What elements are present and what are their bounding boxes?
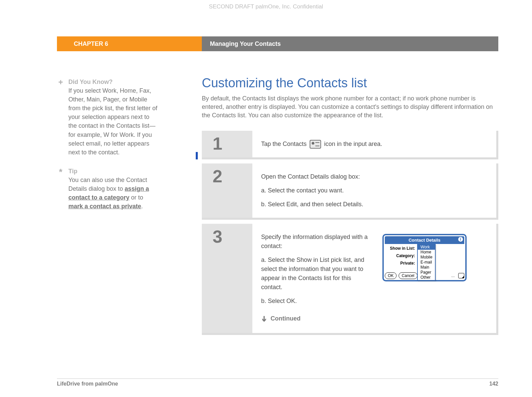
- dialog-ellipsis: …: [451, 273, 455, 279]
- header-spacer: [0, 36, 57, 51]
- dialog-cancel-button: Cancel: [399, 272, 417, 279]
- continued-arrow-icon: ➔: [259, 315, 270, 322]
- step-2-body: Open the Contact Details dialog box: a. …: [252, 163, 496, 218]
- step-3-line: Specify the information displayed with a…: [261, 233, 372, 251]
- picklist-option: Home: [418, 250, 435, 255]
- dialog-title: Contact Details: [409, 238, 441, 243]
- step-3-number: 3: [202, 224, 252, 333]
- chapter-header: CHAPTER 6 Managing Your Contacts: [0, 36, 532, 51]
- private-label: Private:: [385, 260, 417, 266]
- asterisk-icon: *: [57, 167, 64, 211]
- step-2-b: b. Select Edit, and then select Details.: [261, 200, 488, 209]
- change-bar: [196, 152, 198, 159]
- continued-label: Continued: [271, 314, 301, 323]
- did-you-know-title: Did You Know?: [68, 78, 158, 86]
- dialog-title-bar: Contact Details i: [385, 236, 464, 244]
- step-2-number: 2: [202, 163, 252, 218]
- main-column: Customizing the Contacts list By default…: [202, 76, 498, 339]
- picklist-option: Pager: [418, 270, 435, 275]
- chapter-label: CHAPTER 6: [57, 36, 202, 51]
- picklist-option: Other: [418, 275, 435, 280]
- step-3-body: Specify the information displayed with a…: [252, 224, 496, 333]
- step-3-b: b. Select OK.: [261, 297, 372, 306]
- tip-title: Tip: [68, 167, 158, 176]
- info-icon: i: [458, 237, 463, 242]
- step-1-text-post: icon in the input area.: [322, 141, 382, 147]
- dialog-ok-button: OK: [385, 272, 397, 279]
- show-in-list-label: Show in List:: [385, 245, 417, 251]
- did-you-know-text: If you select Work, Home, Fax, Other, Ma…: [68, 87, 157, 156]
- sidebar: + Did You Know? If you select Work, Home…: [57, 78, 158, 221]
- step-2-line: Open the Contact Details dialog box:: [261, 172, 488, 181]
- tip-block: * Tip You can also use the Contact Detai…: [57, 167, 158, 211]
- step-2-a: a. Select the contact you want.: [261, 186, 488, 195]
- step-3: 3 Specify the information displayed with…: [202, 224, 498, 335]
- contacts-icon: [310, 140, 321, 149]
- page-footer: LifeDrive from palmOne 142: [57, 378, 498, 387]
- page-heading: Customizing the Contacts list: [202, 76, 498, 90]
- tip-body: Tip You can also use the Contact Details…: [68, 167, 158, 211]
- section-title: Managing Your Contacts: [202, 36, 498, 51]
- step-1-text-pre: Tap the Contacts: [261, 141, 308, 147]
- footer-page-number: 142: [489, 381, 498, 387]
- category-label: Category:: [385, 253, 417, 259]
- continued-row: ➔ Continued: [261, 313, 372, 324]
- confidential-watermark: SECOND DRAFT palmOne, Inc. Confidential: [0, 3, 532, 10]
- step-3-text: Specify the information displayed with a…: [261, 233, 372, 324]
- tip-text-mid: or to: [129, 194, 143, 201]
- step-1: 1 Tap the Contacts icon in the input are…: [202, 131, 498, 159]
- step-1-number: 1: [202, 131, 252, 157]
- picklist-option: E-mail: [418, 260, 435, 265]
- intro-paragraph: By default, the Contacts list displays t…: [202, 94, 498, 120]
- did-you-know-block: + Did You Know? If you select Work, Home…: [57, 78, 158, 157]
- picklist-option: Work: [418, 245, 435, 250]
- picklist-option: Mobile: [418, 255, 435, 260]
- tip-text-post: .: [141, 203, 143, 210]
- footer-product: LifeDrive from palmOne: [57, 381, 118, 387]
- contact-details-dialog-screenshot: Contact Details i Show in List: Category…: [382, 234, 467, 324]
- step-3-a: a. Select the Show in List pick list, an…: [261, 255, 372, 292]
- note-icon: [458, 273, 464, 278]
- show-in-list-picklist: WorkHomeMobileE-mailMainPagerOther: [417, 244, 436, 281]
- link-mark-private[interactable]: mark a contact as private: [68, 203, 141, 210]
- did-you-know-body: Did You Know? If you select Work, Home, …: [68, 78, 158, 157]
- step-2: 2 Open the Contact Details dialog box: a…: [202, 163, 498, 220]
- picklist-option: Main: [418, 265, 435, 270]
- step-1-body: Tap the Contacts icon in the input area.: [252, 131, 496, 157]
- plus-icon: +: [57, 78, 64, 157]
- page-content: + Did You Know? If you select Work, Home…: [57, 76, 498, 370]
